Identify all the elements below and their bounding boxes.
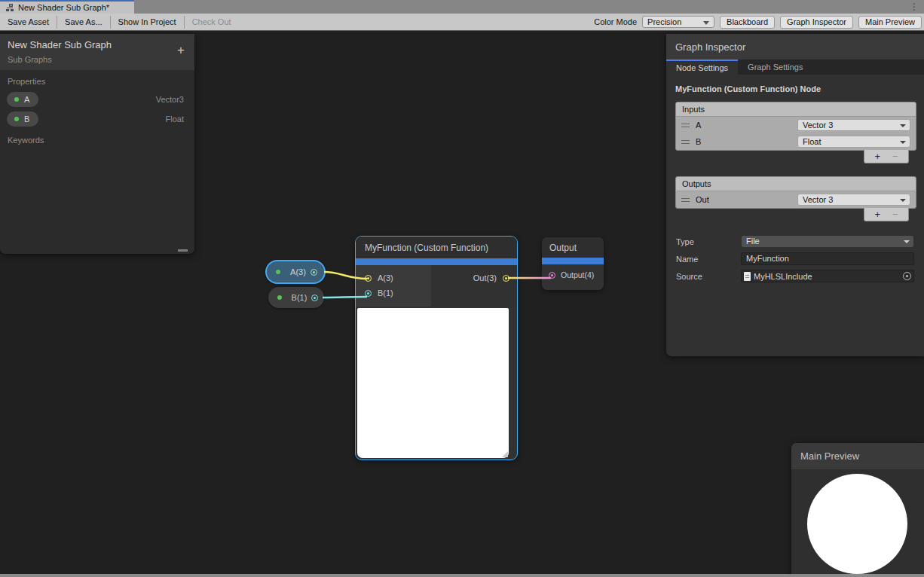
output-type-dropdown[interactable]: Vector 3 [797,194,910,206]
input-port-vector4[interactable] [549,272,555,279]
blackboard-panel: New Shader Sub Graph Sub Graphs + Proper… [0,34,194,254]
tab-graph-settings[interactable]: Graph Settings [738,60,812,75]
properties-section-header[interactable]: Properties [0,70,194,90]
blackboard-subtitle: Sub Graphs [8,55,187,64]
custom-function-node[interactable]: MyFunction (Custom Function) A(3) B(1) O… [355,236,518,460]
color-mode-label: Color Mode [594,17,637,26]
output-port-vector3[interactable] [311,269,317,276]
tab-node-settings[interactable]: Node Settings [666,60,738,75]
blackboard-title: New Shader Sub Graph [8,39,187,50]
add-output-button[interactable]: + [874,209,880,220]
input-port-row-b: B(1) [356,285,431,301]
name-field-row: Name MyFunction [666,252,924,266]
main-preview-panel: Main Preview [791,443,924,577]
property-pill-a[interactable]: A [7,92,38,107]
source-object-field[interactable]: MyHLSLInclude [741,270,914,282]
save-as-button[interactable]: Save As... [57,16,111,29]
graph-inspector-panel: Graph Inspector Node Settings Graph Sett… [666,34,924,356]
show-in-project-button[interactable]: Show In Project [111,16,185,29]
outputs-list: Outputs Out Vector 3 [675,176,916,209]
property-node-label: A(3) [286,267,311,276]
tab-new-shader-sub-graph[interactable]: New Shader Sub Graph* [0,0,134,14]
sub-graph-output-node[interactable]: Output Output(4) [542,237,604,290]
keywords-section-header[interactable]: Keywords [0,129,194,148]
input-name: A [696,121,701,130]
inspector-tab-bar: Node Settings Graph Settings [666,60,924,75]
type-dropdown[interactable]: File [741,235,914,248]
add-input-button[interactable]: + [874,151,880,162]
property-type: Vector3 [156,95,184,104]
source-field-row: Source MyHLSLInclude [666,269,924,283]
output-name: Out [696,195,709,204]
exposed-dot [14,97,19,102]
remove-input-button[interactable]: − [892,151,898,162]
name-label: Name [676,255,741,264]
property-type: Float [166,114,184,124]
main-preview-toggle-button[interactable]: Main Preview [858,16,922,29]
node-preview-image[interactable] [357,308,509,458]
output-port-row: Out(3) [431,270,517,285]
main-preview-title[interactable]: Main Preview [791,443,924,469]
exposed-dot [14,117,19,121]
output-port-column: Out(3) [431,265,517,307]
remove-output-button[interactable]: − [892,209,898,220]
source-object-name: MyHLSLInclude [754,272,812,281]
property-node-a[interactable]: A(3) [265,260,326,284]
input-type-dropdown[interactable]: Float [797,136,910,148]
input-port-label: B(1) [378,288,393,298]
output-port-float[interactable] [311,295,318,301]
object-picker-icon[interactable] [903,272,911,280]
input-port-label: A(3) [378,273,393,282]
inputs-list: Inputs A Vector 3 B Float [675,102,916,151]
graph-inspector-title[interactable]: Graph Inspector [666,34,924,60]
property-pill-b[interactable]: B [7,111,38,127]
input-port-column: A(3) B(1) [356,265,431,307]
inputs-list-footer: + − [675,151,916,166]
property-exposed-dot [276,270,280,274]
drag-handle-icon[interactable] [681,124,690,127]
output-port-label: Out(3) [473,273,497,282]
node-title[interactable]: Output [542,237,604,258]
outputs-list-buttons: + − [864,208,909,221]
blackboard-property-row[interactable]: A Vector3 [0,90,194,109]
blackboard-resize-handle[interactable] [178,249,188,252]
output-row-out[interactable]: Out Vector 3 [676,191,916,208]
input-name: B [696,137,701,146]
node-port-area: A(3) B(1) Out(3) [356,265,517,307]
blackboard-toggle-button[interactable]: Blackboard [720,16,775,29]
property-name: B [24,114,29,124]
window-tab-bar: New Shader Sub Graph* ⋮ [0,0,924,14]
blackboard-property-row[interactable]: B Float [0,109,194,129]
shader-graph-asset-icon [6,4,14,12]
save-asset-button[interactable]: Save Asset [0,16,57,29]
input-port-row-a: A(3) [356,270,431,285]
property-node-label: B(1) [287,293,311,302]
add-property-button[interactable]: + [177,44,185,56]
drag-handle-icon[interactable] [681,140,690,144]
outputs-list-header: Outputs [676,177,916,191]
input-row-a[interactable]: A Vector 3 [676,117,916,133]
input-port-float[interactable] [365,290,372,297]
outputs-list-footer: + − [675,209,916,224]
color-mode-dropdown[interactable]: Precision [642,16,714,28]
unity-shader-graph-window: { "icons": { "kebab": "⋮" }, "window": {… [0,0,924,577]
output-port-vector3[interactable] [503,275,509,282]
property-node-b[interactable]: B(1) [268,287,324,308]
kebab-menu-icon[interactable]: ⋮ [910,2,919,12]
input-port-vector3[interactable] [365,275,372,282]
name-input[interactable]: MyFunction [741,252,914,265]
input-port-label: Output(4) [561,270,594,279]
source-label: Source [676,272,741,281]
precision-color-bar [542,258,604,264]
input-row-b[interactable]: B Float [676,133,916,150]
preview-sphere[interactable] [807,474,907,574]
property-exposed-dot [277,295,282,300]
blackboard-header[interactable]: New Shader Sub Graph Sub Graphs + [0,34,194,70]
property-name: A [24,95,29,104]
drag-handle-icon[interactable] [681,198,690,202]
node-title[interactable]: MyFunction (Custom Function) [356,237,517,258]
graph-inspector-toggle-button[interactable]: Graph Inspector [780,16,853,29]
input-type-dropdown[interactable]: Vector 3 [797,119,910,131]
file-icon [744,272,751,281]
precision-color-bar [356,258,517,265]
